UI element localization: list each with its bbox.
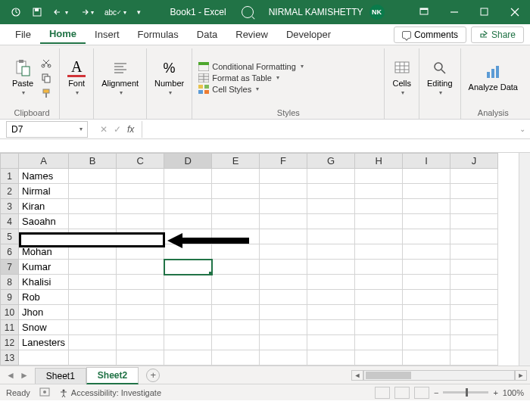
cell-B1[interactable] xyxy=(69,169,117,184)
font-button[interactable]: A Font▾ xyxy=(66,58,87,98)
cell-I5[interactable] xyxy=(403,229,450,244)
tab-home[interactable]: Home xyxy=(40,25,86,44)
cell-A1[interactable]: Names xyxy=(19,169,69,184)
cell-D9[interactable] xyxy=(164,290,212,305)
zoom-slider[interactable] xyxy=(443,391,488,394)
cell-B10[interactable] xyxy=(69,305,117,320)
cell-F8[interactable] xyxy=(260,275,307,290)
maximize-button[interactable] xyxy=(469,0,500,24)
column-header-J[interactable]: J xyxy=(450,154,498,169)
row-header-1[interactable]: 1 xyxy=(1,169,19,184)
cell-F9[interactable] xyxy=(260,290,307,305)
cell-G6[interactable] xyxy=(307,244,355,260)
cell-A8[interactable]: Khalisi xyxy=(19,275,69,290)
cell-J6[interactable] xyxy=(450,244,498,260)
cell-E7[interactable] xyxy=(212,260,260,275)
cell-C8[interactable] xyxy=(117,275,164,290)
cell-B6[interactable] xyxy=(69,244,117,260)
cell-I7[interactable] xyxy=(403,260,450,275)
row-header-11[interactable]: 11 xyxy=(1,320,19,335)
autosave-toggle[interactable] xyxy=(6,4,26,20)
cell-G11[interactable] xyxy=(307,320,355,335)
cell-B3[interactable] xyxy=(69,199,117,214)
tab-file[interactable]: File xyxy=(6,26,40,43)
column-header-E[interactable]: E xyxy=(212,154,260,169)
hscroll-left[interactable]: ◄ xyxy=(351,370,363,381)
cell-E9[interactable] xyxy=(212,290,260,305)
cell-D12[interactable] xyxy=(164,335,212,350)
cell-I11[interactable] xyxy=(403,320,450,335)
tab-developer[interactable]: Developer xyxy=(277,26,340,43)
cell-D5[interactable] xyxy=(164,229,212,244)
name-box[interactable]: D7▾ xyxy=(6,121,88,138)
cell-D2[interactable] xyxy=(164,184,212,199)
cell-J1[interactable] xyxy=(450,169,498,184)
formula-input[interactable] xyxy=(142,121,515,138)
cell-D8[interactable] xyxy=(164,275,212,290)
row-header-10[interactable]: 10 xyxy=(1,305,19,320)
conditional-formatting-button[interactable]: Conditional Formatting▾ xyxy=(198,62,304,71)
cell-H4[interactable] xyxy=(355,214,403,229)
cell-J5[interactable] xyxy=(450,229,498,244)
macro-record-icon[interactable] xyxy=(39,387,50,398)
row-header-9[interactable]: 9 xyxy=(1,290,19,305)
cell-B5[interactable] xyxy=(69,229,117,244)
zoom-out[interactable]: − xyxy=(434,388,438,397)
cell-C10[interactable] xyxy=(117,305,164,320)
cell-G12[interactable] xyxy=(307,335,355,350)
column-header-D[interactable]: D xyxy=(164,154,212,169)
cell-E11[interactable] xyxy=(212,320,260,335)
editing-button[interactable]: Editing▾ xyxy=(426,58,454,98)
minimize-button[interactable] xyxy=(439,0,469,24)
cell-A9[interactable]: Rob xyxy=(19,290,69,305)
cell-F13[interactable] xyxy=(260,350,307,366)
cell-H9[interactable] xyxy=(355,290,403,305)
cell-I12[interactable] xyxy=(403,335,450,350)
zoom-level[interactable]: 100% xyxy=(503,388,524,397)
row-header-6[interactable]: 6 xyxy=(1,244,19,260)
cell-C7[interactable] xyxy=(117,260,164,275)
new-sheet-button[interactable]: + xyxy=(146,369,160,382)
cell-E5[interactable] xyxy=(212,229,260,244)
cell-B7[interactable] xyxy=(69,260,117,275)
row-header-12[interactable]: 12 xyxy=(1,335,19,350)
cell-I13[interactable] xyxy=(403,350,450,366)
alignment-button[interactable]: Alignment▾ xyxy=(100,58,140,98)
column-header-A[interactable]: A xyxy=(19,154,69,169)
hscroll-right[interactable]: ► xyxy=(515,370,527,381)
redo-button[interactable]: ▾ xyxy=(74,5,98,19)
horizontal-scrollbar[interactable] xyxy=(363,370,515,381)
cell-C2[interactable] xyxy=(117,184,164,199)
cell-F5[interactable] xyxy=(260,229,307,244)
format-as-table-button[interactable]: Format as Table▾ xyxy=(198,73,304,82)
cell-C11[interactable] xyxy=(117,320,164,335)
cell-J10[interactable] xyxy=(450,305,498,320)
cell-F10[interactable] xyxy=(260,305,307,320)
cell-A12[interactable]: Lanesters xyxy=(19,335,69,350)
user-avatar[interactable]: NK xyxy=(369,5,385,20)
cell-C4[interactable] xyxy=(117,214,164,229)
cell-I4[interactable] xyxy=(403,214,450,229)
cell-E10[interactable] xyxy=(212,305,260,320)
cell-B2[interactable] xyxy=(69,184,117,199)
cell-B4[interactable] xyxy=(69,214,117,229)
view-normal[interactable] xyxy=(375,387,390,399)
row-header-4[interactable]: 4 xyxy=(1,214,19,229)
cell-F6[interactable] xyxy=(260,244,307,260)
tab-insert[interactable]: Insert xyxy=(86,26,129,43)
cell-A7[interactable]: Kumar xyxy=(19,260,69,275)
cell-H5[interactable] xyxy=(355,229,403,244)
cell-I2[interactable] xyxy=(403,184,450,199)
cell-E8[interactable] xyxy=(212,275,260,290)
cell-G9[interactable] xyxy=(307,290,355,305)
cell-C6[interactable] xyxy=(117,244,164,260)
cell-C3[interactable] xyxy=(117,199,164,214)
sheet-nav-prev[interactable]: ◄ xyxy=(6,370,15,381)
column-header-C[interactable]: C xyxy=(117,154,164,169)
cell-E6[interactable] xyxy=(212,244,260,260)
paste-button[interactable]: Paste▾ xyxy=(11,58,35,98)
cell-A11[interactable]: Snow xyxy=(19,320,69,335)
cell-F1[interactable] xyxy=(260,169,307,184)
cell-D7[interactable] xyxy=(164,260,212,275)
analyze-data-button[interactable]: Analyze Data xyxy=(467,61,519,93)
